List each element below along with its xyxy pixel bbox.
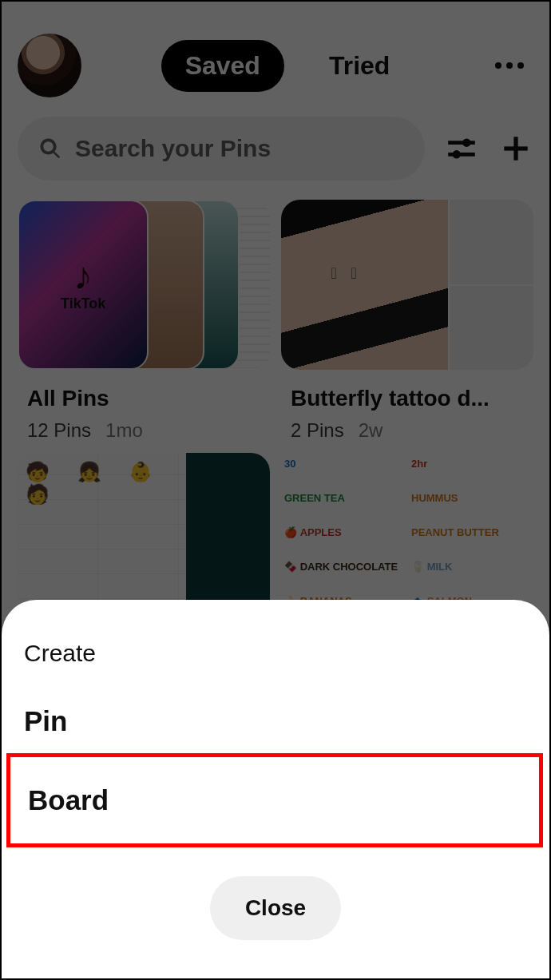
create-board-option[interactable]: Board (10, 768, 539, 832)
create-pin-option[interactable]: Pin (24, 689, 527, 753)
sheet-title: Create (24, 640, 527, 667)
highlighted-option: Board (6, 753, 543, 847)
create-sheet: Create Pin Board Close (2, 600, 549, 978)
close-button[interactable]: Close (210, 876, 341, 940)
